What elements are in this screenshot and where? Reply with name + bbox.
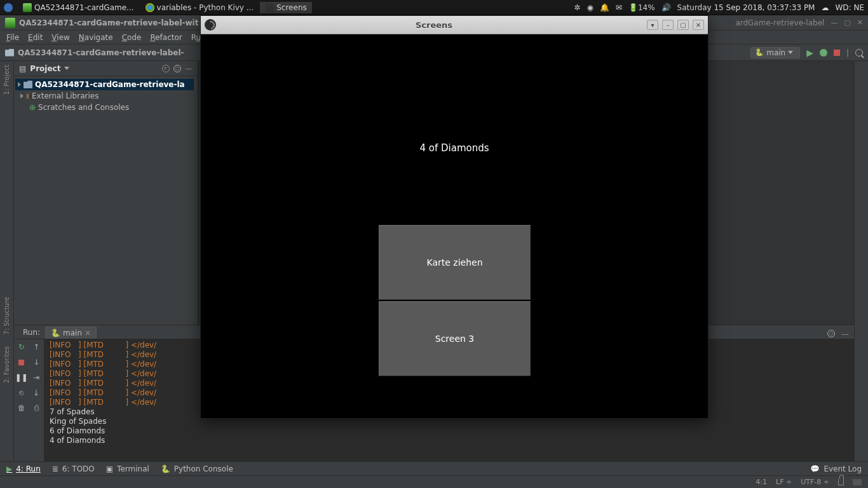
terminal-icon: ▣ (106, 464, 113, 473)
taskbar-item-label: Screens (276, 3, 307, 12)
toolstrip-python-console[interactable]: 🐍Python Console (161, 464, 233, 473)
keep-above-button[interactable]: ▾ (647, 20, 658, 30)
desktop-top-panel: QA52344871-cardGame... variables - Pytho… (0, 0, 868, 15)
minimize-button[interactable]: – (662, 20, 674, 30)
left-gutter: 1: Project 7: Structure 2: Favorites (0, 61, 14, 461)
hide-button[interactable]: — (185, 64, 193, 73)
tree-label: QA52344871-cardGame-retrieve-la (35, 80, 185, 89)
wifi-icon[interactable]: ◉ (587, 3, 593, 12)
menu-run[interactable]: Ru (191, 33, 201, 42)
toolwindow-structure-tab[interactable]: 7: Structure (3, 297, 10, 334)
taskbar-item-pycharm[interactable]: QA52344871-cardGame... (18, 2, 139, 13)
toolstrip-terminal[interactable]: ▣Terminal (106, 464, 149, 473)
menu-view[interactable]: View (51, 33, 69, 42)
folder-icon (5, 49, 14, 57)
gear-icon[interactable] (173, 65, 181, 72)
tree-external-libraries[interactable]: ⫴External Libraries (18, 90, 194, 102)
folder-icon (24, 81, 32, 88)
project-view-icon: ▤ (19, 64, 26, 73)
run-tab[interactable]: 🐍main× (45, 327, 97, 339)
button-label: Karte ziehen (426, 257, 482, 268)
file-encoding[interactable]: UTF-8 ÷ (801, 478, 829, 486)
menu-refactor[interactable]: Refactor (150, 33, 182, 42)
scroll-to-end-button[interactable]: ⤓ (29, 385, 44, 400)
stop-button[interactable] (834, 50, 840, 56)
right-gutter (854, 61, 868, 461)
exit-button[interactable]: ⎋ (14, 385, 29, 400)
toolstrip-todo[interactable]: ≣6: TODO (52, 464, 95, 473)
status-bar: 4:1 LF ÷ UTF-8 ÷ (0, 475, 868, 488)
tree-scratches[interactable]: ⊕Scratches and Consoles (18, 102, 194, 113)
volume-icon[interactable]: 🔊 (661, 3, 671, 12)
taskbar-item-chrome[interactable]: variables - Python Kivy ... (140, 2, 259, 13)
menu-file[interactable]: FFileile (6, 33, 19, 42)
event-log-icon: 💬 (810, 464, 820, 473)
gear-icon[interactable] (827, 330, 835, 337)
project-title[interactable]: Project (30, 64, 60, 73)
run-config-selector[interactable]: 🐍 main (750, 47, 800, 58)
screen3-button[interactable]: Screen 3 (379, 301, 531, 376)
close-button[interactable]: ✕ (693, 20, 704, 30)
run-controls: ↻↑ ↓ ❚❚⇥ ⎋⤓ 🗑⎙ (14, 339, 44, 461)
rerun-button[interactable]: ↻ (14, 339, 29, 355)
debug-button[interactable] (820, 49, 827, 57)
tree-root[interactable]: QA52344871-cardGame-retrieve-la (15, 79, 194, 90)
inspection-indicator[interactable] (853, 479, 862, 485)
menu-code[interactable]: Code (122, 33, 142, 42)
kivy-titlebar[interactable]: Screens ▾ – ▢ ✕ (201, 16, 708, 34)
stop-button[interactable] (14, 355, 29, 370)
run-icon: ▶ (6, 464, 12, 473)
run-button[interactable]: ▶ (806, 48, 813, 58)
taskbar-item-label: variables - Python Kivy ... (157, 3, 254, 12)
project-tree[interactable]: QA52344871-cardGame-retrieve-la ⫴Externa… (14, 76, 198, 116)
down-button[interactable]: ↓ (29, 355, 44, 370)
mail-icon[interactable]: ✉ (616, 3, 622, 12)
kivy-app-icon (205, 19, 216, 30)
battery-indicator[interactable]: 🔋14% (628, 3, 655, 12)
clock[interactable]: Saturday 15 Sep 2018, 03:37:33 PM (677, 3, 815, 12)
close-icon[interactable]: × (85, 329, 91, 337)
pause-button[interactable]: ❚❚ (14, 370, 29, 385)
caret-position[interactable]: 4:1 (756, 478, 767, 486)
maximize-button[interactable]: ▢ (844, 18, 850, 27)
minimize-button[interactable]: — (831, 18, 837, 27)
chevron-down-icon[interactable] (64, 67, 69, 70)
breadcrumb[interactable]: QA52344871-cardGame-retrieve-label- (18, 48, 184, 57)
toolstrip-run[interactable]: ▶4: Run (6, 464, 41, 473)
workspace-indicator[interactable]: WD: NE (835, 3, 864, 12)
tree-label: External Libraries (32, 92, 98, 100)
hide-button[interactable]: — (841, 330, 849, 339)
project-toolwindow: ▤ Project — QA52344871-cardGame-retrieve… (14, 61, 198, 325)
run-tab-label: main (63, 329, 82, 337)
weather-icon[interactable]: ☁ (821, 3, 829, 12)
soft-wrap-button[interactable]: ⇥ (29, 370, 44, 385)
draw-card-button[interactable]: Karte ziehen (379, 225, 531, 300)
toolwindow-favorites-tab[interactable]: 2: Favorites (3, 346, 10, 383)
line-ending[interactable]: LF ÷ (776, 478, 792, 486)
locate-button[interactable] (162, 65, 170, 72)
scratch-icon: ⊕ (29, 103, 36, 112)
close-button[interactable]: ✕ (857, 18, 863, 27)
bell-icon[interactable]: 🔔 (600, 3, 609, 12)
todo-icon: ≣ (52, 464, 58, 473)
menu-navigate[interactable]: Navigate (79, 33, 113, 42)
up-button[interactable]: ↑ (29, 339, 44, 355)
print-button[interactable]: ⎙ (29, 400, 44, 416)
menu-edit[interactable]: Edit (28, 33, 43, 42)
maximize-button[interactable]: ▢ (677, 20, 689, 30)
search-everywhere-button[interactable] (855, 49, 863, 57)
bluetooth-icon[interactable]: ✲ (574, 3, 580, 12)
window-title-right: ardGame-retrieve-label (735, 18, 824, 27)
run-label: Run: (18, 326, 45, 339)
taskbar-item-kivy[interactable]: Screens (260, 2, 312, 13)
library-icon: ⫴ (26, 92, 29, 100)
delete-button[interactable]: 🗑 (14, 400, 29, 416)
kivy-content: 4 of Diamonds Karte ziehen Screen 3 (201, 34, 708, 418)
readonly-lock-icon[interactable] (838, 478, 844, 485)
kivy-icon (265, 3, 274, 12)
toolstrip-event-log[interactable]: Event Log (824, 464, 862, 473)
app-menu-icon[interactable] (4, 3, 13, 12)
battery-percent: 14% (638, 3, 655, 12)
toolwindow-project-tab[interactable]: 1: Project (3, 65, 10, 95)
chrome-icon (146, 3, 154, 12)
